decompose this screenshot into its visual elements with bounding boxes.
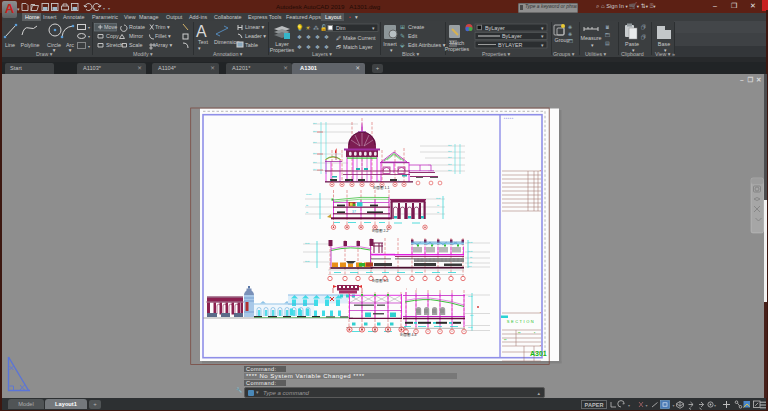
svg-text:▪▪▪: ▪▪▪ bbox=[313, 167, 316, 171]
svg-text:▪▪: ▪▪ bbox=[306, 203, 308, 207]
svg-text:▪ ▪ ▪ ▪ ▪: ▪ ▪ ▪ ▪ ▪ bbox=[504, 116, 513, 120]
svg-text:▪▪▪: ▪▪▪ bbox=[470, 313, 473, 317]
svg-text:▪▪▪: ▪▪▪ bbox=[448, 155, 451, 159]
svg-text:•: • bbox=[540, 344, 541, 348]
svg-text:A301: A301 bbox=[530, 350, 547, 357]
svg-text:▪▪▪▪: ▪▪▪▪ bbox=[305, 259, 309, 263]
svg-text:▪▪▪▪: ▪▪▪▪ bbox=[305, 241, 309, 245]
svg-text:▾: ▾ bbox=[673, 403, 675, 408]
svg-text:SECTION: SECTION bbox=[507, 319, 535, 324]
svg-text:剖面图 3-3: 剖面图 3-3 bbox=[372, 278, 389, 283]
svg-text:▪▪: ▪▪ bbox=[470, 255, 472, 259]
svg-text:–: – bbox=[740, 76, 744, 83]
svg-text:▪: ▪ bbox=[378, 178, 379, 182]
svg-text:▪▪: ▪▪ bbox=[437, 203, 439, 207]
svg-text:▪▪▪▪: ▪▪▪▪ bbox=[468, 294, 472, 298]
svg-text:▾: ▾ bbox=[628, 403, 630, 408]
svg-text:•: • bbox=[540, 169, 541, 173]
svg-text:•: • bbox=[540, 311, 541, 315]
svg-text:▪▪▪▪: ▪▪▪▪ bbox=[468, 240, 472, 244]
svg-text:✕: ✕ bbox=[756, 76, 761, 83]
svg-text:▪▪▪▪: ▪▪▪▪ bbox=[436, 196, 440, 200]
svg-text:剖面图 2-2: 剖面图 2-2 bbox=[372, 228, 389, 233]
svg-text:▾: ▾ bbox=[714, 403, 716, 408]
svg-text:▾: ▾ bbox=[646, 403, 648, 408]
svg-text:▪▪▪: ▪▪▪ bbox=[448, 143, 451, 147]
svg-text:▪▪▪▪: ▪▪▪▪ bbox=[468, 325, 472, 329]
svg-text:▪▪▪▪: ▪▪▪▪ bbox=[468, 249, 472, 253]
svg-text:剖面图 4-4: 剖面图 4-4 bbox=[400, 332, 417, 337]
svg-text:▪: ▪ bbox=[534, 331, 535, 335]
svg-text:▪▪: ▪▪ bbox=[437, 210, 439, 214]
svg-text:▪▪▪: ▪▪▪ bbox=[313, 121, 316, 125]
svg-text:剖面图 1-1: 剖面图 1-1 bbox=[373, 185, 390, 190]
svg-text:▪▪: ▪▪ bbox=[306, 210, 308, 214]
svg-text:37: 37 bbox=[352, 210, 356, 214]
svg-text:▪▪▪: ▪▪▪ bbox=[448, 149, 451, 153]
svg-text:▪▪▪: ▪▪▪ bbox=[313, 151, 316, 155]
svg-text:▪▪▪▪▪: ▪▪▪▪▪ bbox=[306, 192, 311, 196]
svg-text:▪: ▪ bbox=[330, 178, 331, 182]
svg-text:❐: ❐ bbox=[748, 76, 754, 83]
svg-text:▪: ▪ bbox=[350, 178, 351, 182]
svg-text:▪▪▪: ▪▪▪ bbox=[313, 160, 316, 164]
svg-text:▪: ▪ bbox=[398, 178, 399, 182]
svg-text:▪▪▪: ▪▪▪ bbox=[448, 162, 451, 166]
svg-text:▪▪▪: ▪▪▪ bbox=[313, 129, 316, 133]
svg-text:▪▪: ▪▪ bbox=[518, 331, 520, 335]
svg-text:▪▪: ▪▪ bbox=[504, 338, 506, 342]
svg-text:▪▪▪: ▪▪▪ bbox=[313, 140, 316, 144]
svg-text:▪▪▪: ▪▪▪ bbox=[468, 264, 471, 268]
svg-text:▪▪▪: ▪▪▪ bbox=[448, 168, 451, 172]
